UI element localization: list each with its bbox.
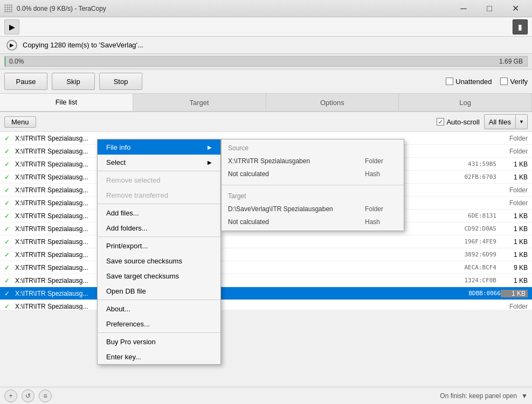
check-icon: ✓	[4, 199, 12, 207]
file-size: 1 KB	[501, 251, 528, 259]
menu-button[interactable]: Menu	[4, 116, 36, 128]
context-item-print[interactable]: Print/export...	[98, 238, 220, 253]
toolbar-btn1[interactable]: ▶	[4, 19, 19, 34]
bottom-btn-menu[interactable]: ≡	[39, 389, 52, 402]
autoscroll-cb-box[interactable]	[437, 118, 444, 126]
context-menu: File info ▶ Select ▶ Remove selected Rem…	[97, 139, 221, 365]
file-name: X:\ITR\ITR Spezialausg...	[15, 290, 452, 297]
unattended-checkbox[interactable]: Unattended	[446, 78, 492, 86]
check-icon: ✓	[4, 290, 12, 297]
file-hash: 196F:4FE9	[448, 238, 496, 245]
tab-log[interactable]: Log	[399, 94, 532, 111]
context-separator	[98, 299, 220, 300]
file-list-toolbar: Menu Auto-scroll All files ▼	[0, 112, 532, 132]
context-item-save-source[interactable]: Save source checksums	[98, 253, 220, 268]
file-name: X:\ITR\ITR Spezialausg...	[15, 277, 448, 284]
list-item[interactable]: ✓ X:\ITR\ITR Spezialausg... 196F:4FE9 1 …	[0, 235, 532, 248]
bottom-status: + ↺ ≡ On finish: keep panel open ▼	[0, 387, 532, 404]
context-item-preferences[interactable]: Preferences...	[98, 316, 220, 331]
context-item-file-info[interactable]: File info ▶	[98, 140, 220, 155]
list-item[interactable]: ✓ X:\ITR\ITR Spezialausg... 3892:6D99 1 …	[0, 248, 532, 261]
file-hash: BDBB:0066	[452, 290, 501, 297]
check-icon: ✓	[4, 238, 12, 246]
list-item[interactable]: ✓ X:\ITR\ITR Spezialausg... BDBB:0066 1 …	[0, 287, 532, 300]
status-text: Copying 1280 item(s) to 'SaveVerlag'...	[23, 41, 143, 49]
bottom-btn-add[interactable]: +	[4, 389, 17, 402]
close-button[interactable]: ✕	[503, 0, 528, 17]
file-type: Folder	[495, 199, 528, 207]
tab-options[interactable]: Options	[266, 94, 399, 111]
list-item[interactable]: ✓ X:\ITR\ITR Spezialausg... Folder	[0, 300, 532, 310]
file-hash: 02FB:6703	[448, 173, 496, 180]
progress-size: 1.69 GB	[499, 58, 523, 65]
submenu-source-hash: Not calculated Hash	[222, 168, 404, 180]
title-bar-drag: 0.0% done (9 KB/s) - TeraCopy	[4, 4, 451, 12]
pause-button[interactable]: Pause	[4, 73, 47, 90]
bottom-btn-refresh[interactable]: ↺	[22, 389, 34, 402]
submenu-target-section: Target D:\SaveVerlag\ITR Spezialausgaben…	[222, 187, 404, 231]
context-item-enter-key[interactable]: Enter key...	[98, 349, 220, 364]
file-size: 1 KB	[501, 161, 528, 168]
context-item-add-files[interactable]: Add files...	[98, 205, 220, 220]
check-icon: ✓	[4, 225, 12, 233]
context-item-add-folders[interactable]: Add folders...	[98, 220, 220, 235]
check-icon: ✓	[4, 212, 12, 220]
title-bar-text: 0.0% done (9 KB/s) - TeraCopy	[17, 5, 106, 12]
minimize-button[interactable]: ─	[451, 0, 476, 17]
verify-checkbox[interactable]: Verify	[500, 78, 528, 86]
file-type: Folder	[495, 303, 528, 310]
file-name: X:\ITR\ITR Spezialausg...	[15, 303, 495, 310]
file-name: X:\ITR\ITR Spezialausg...	[15, 238, 448, 246]
files-filter-dropdown[interactable]: All files ▼	[484, 114, 528, 129]
verify-cb-box[interactable]	[500, 78, 508, 85]
file-size: 1 KB	[501, 173, 528, 181]
context-item-about[interactable]: About...	[98, 301, 220, 316]
stop-button[interactable]: Stop	[99, 73, 142, 90]
skip-button[interactable]: Skip	[52, 73, 95, 90]
toolbar-btn2[interactable]: ▮	[513, 19, 528, 34]
check-icon: ✓	[4, 186, 12, 194]
check-icon: ✓	[4, 173, 12, 181]
bottom-status-arrow[interactable]: ▼	[521, 392, 528, 400]
file-hash: AECA:BCF4	[448, 264, 496, 271]
context-item-open-db[interactable]: Open DB file	[98, 283, 220, 298]
unattended-cb-box[interactable]	[446, 78, 453, 85]
submenu-arrow: ▶	[208, 144, 212, 150]
context-separator	[98, 204, 220, 204]
file-size: 1 KB	[501, 290, 528, 297]
context-item-select[interactable]: Select ▶	[98, 155, 220, 170]
context-item-save-target[interactable]: Save target checksums	[98, 268, 220, 283]
files-filter-value: All files	[484, 114, 516, 129]
maximize-button[interactable]: □	[477, 0, 502, 17]
autoscroll-area: Auto-scroll All files ▼	[437, 114, 528, 129]
check-icon: ✓	[4, 277, 12, 284]
file-hash: CD92:D0A5	[448, 225, 496, 232]
file-type: Folder	[495, 135, 528, 142]
file-name: X:\ITR\ITR Spezialausg...	[15, 251, 448, 259]
unattended-label: Unattended	[455, 78, 492, 86]
tab-file-list[interactable]: File list	[0, 94, 133, 111]
list-item[interactable]: ✓ X:\ITR\ITR Spezialausg... AECA:BCF4 9 …	[0, 261, 532, 274]
list-item[interactable]: ✓ X:\ITR\ITR Spezialausg... 1324:CF0B 1 …	[0, 274, 532, 287]
file-info-submenu: Source X:\ITR\ITR Spezialausgaben Folder…	[221, 139, 404, 231]
submenu-arrow: ▶	[208, 159, 212, 165]
file-size: 1 KB	[501, 212, 528, 220]
check-icon: ✓	[4, 161, 12, 168]
tabs-bar: File list Target Options Log	[0, 94, 532, 112]
autoscroll-checkbox[interactable]: Auto-scroll	[437, 118, 479, 126]
check-icon: ✓	[4, 264, 12, 271]
buttons-row: Pause Skip Stop Unattended Verify	[0, 69, 532, 94]
tab-target[interactable]: Target	[133, 94, 266, 111]
checkboxes: Unattended Verify	[446, 78, 528, 86]
autoscroll-label-text: Auto-scroll	[446, 118, 479, 126]
file-hash: 6DE:8131	[448, 212, 496, 219]
file-size: 9 KB	[501, 264, 528, 271]
files-filter-arrow[interactable]: ▼	[516, 114, 528, 129]
file-name: X:\ITR\ITR Spezialausg...	[15, 264, 448, 271]
progress-percent: 0.0%	[9, 58, 24, 65]
check-icon: ✓	[4, 148, 12, 155]
check-icon: ✓	[4, 303, 12, 310]
status-bar: ▶ Copying 1280 item(s) to 'SaveVerlag'..…	[0, 37, 532, 54]
context-item-buy-pro[interactable]: Buy Pro version	[98, 334, 220, 349]
submenu-target-path: D:\SaveVerlag\ITR Spezialausgaben Folder	[222, 203, 404, 215]
